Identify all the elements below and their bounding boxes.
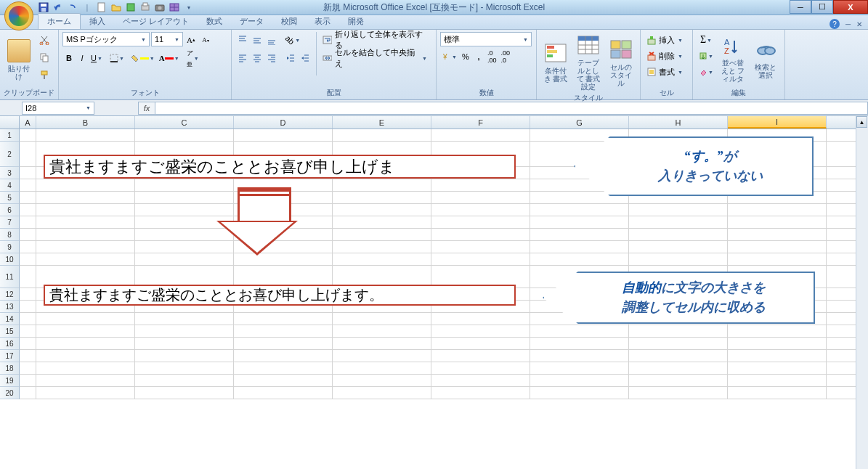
qat-grid-icon[interactable] [169,1,180,13]
name-box[interactable]: I28▼ [22,102,94,115]
bold-button[interactable]: B [62,50,76,66]
formula-input[interactable] [155,102,868,115]
col-header-G[interactable]: G [530,116,629,129]
merged-cell-after[interactable]: 貴社ますますご盛栄のこととお喜び申し上げます。 [44,285,516,306]
row-header-7[interactable]: 7 [0,216,20,229]
paste-button[interactable]: 貼り付け [4,32,34,87]
undo-icon[interactable] [52,1,64,13]
row-header-19[interactable]: 19 [0,375,20,387]
fx-button[interactable]: fx [138,102,155,115]
find-select-button[interactable]: 検索と 選択 [750,32,781,87]
font-size-combo[interactable]: 11▼ [151,32,183,46]
font-name-combo[interactable]: MS Pゴシック▼ [62,32,150,46]
autosum-button[interactable]: Σ▼ [697,32,715,48]
select-all-corner[interactable] [0,116,20,129]
tab-insert[interactable]: 挿入 [81,14,114,29]
col-header-E[interactable]: E [333,116,431,129]
sort-filter-button[interactable]: AZ 並べ替えと フィルタ [718,32,748,87]
col-header-F[interactable]: F [431,116,530,129]
ribbon-close-icon[interactable]: ✕ [856,20,862,28]
row-header-12[interactable]: 12 [0,288,20,301]
format-cells-button[interactable]: 書式▼ [644,64,689,80]
align-center-button[interactable] [250,50,264,66]
row-header-15[interactable]: 15 [0,325,20,338]
col-header-B[interactable]: B [36,116,135,129]
insert-cells-button[interactable]: 挿入▼ [644,32,689,48]
row-header-17[interactable]: 17 [0,350,20,362]
clear-button[interactable]: ▼ [697,64,715,80]
number-format-combo[interactable]: 標準▼ [440,32,532,46]
row-header-8[interactable]: 8 [0,229,20,241]
fill-button[interactable]: ▼ [697,48,715,64]
camera-icon[interactable] [154,1,166,13]
align-bottom-button[interactable] [264,32,279,48]
font-color-button[interactable]: A▼ [157,50,182,66]
tab-view[interactable]: 表示 [306,14,339,29]
shrink-font-button[interactable]: A▾ [199,32,212,48]
new-icon[interactable] [96,1,108,13]
maximize-button[interactable]: ☐ [811,0,833,14]
row-header-6[interactable]: 6 [0,204,20,216]
row-header-18[interactable]: 18 [0,362,20,375]
row-header-3[interactable]: 3 [0,167,20,179]
currency-button[interactable]: ¥▼ [440,49,459,65]
orientation-button[interactable]: ab▼ [283,32,302,48]
format-painter-button[interactable] [36,67,52,83]
phonetic-button[interactable]: ア亜▼ [184,50,201,66]
row-header-10[interactable]: 10 [0,253,20,266]
close-button[interactable]: X [833,0,868,14]
tab-home[interactable]: ホーム [38,13,81,29]
cells-area[interactable]: 貴社ますますご盛栄のこととお喜び申し上げま貴社ますますご盛栄のこととお喜び申し上… [20,129,868,399]
row-header-14[interactable]: 14 [0,313,20,325]
tab-formula[interactable]: 数式 [198,14,231,29]
copy-button[interactable] [36,49,52,65]
align-top-button[interactable] [235,32,250,48]
print-preview-icon[interactable] [139,1,151,13]
scroll-up-button[interactable]: ▲ [856,116,867,128]
row-header-2[interactable]: 2 [0,142,20,167]
row-header-11[interactable]: 11 [0,266,20,288]
tab-layout[interactable]: ページ レイアウト [114,14,198,29]
save-icon[interactable] [38,1,49,13]
col-header-A[interactable]: A [20,116,36,129]
qat-icon-5[interactable] [125,1,137,13]
merge-center-button[interactable]: セルを結合して中央揃え▼ [320,50,429,66]
align-middle-button[interactable] [250,32,264,48]
col-header-H[interactable]: H [629,116,728,129]
qat-dropdown-icon[interactable]: ▼ [183,1,195,13]
row-header-13[interactable]: 13 [0,301,20,313]
minimize-button[interactable]: ─ [790,0,811,14]
merged-cell-before[interactable]: 貴社ますますご盛栄のこととお喜び申し上げま [44,155,516,179]
increase-decimal-button[interactable]: .0.00 [485,49,499,65]
cell-styles-button[interactable]: セルの スタイル [606,32,636,92]
redo-icon[interactable] [67,1,78,13]
wrap-text-button[interactable]: 折り返して全体を表示する [320,32,429,48]
office-button[interactable] [4,1,33,30]
align-left-button[interactable] [235,50,250,66]
row-header-16[interactable]: 16 [0,338,20,350]
underline-button[interactable]: U▼ [89,50,105,66]
delete-cells-button[interactable]: 削除▼ [644,48,689,64]
minimize-ribbon-icon[interactable]: ─ [845,20,851,28]
italic-button[interactable]: I [76,50,89,66]
row-header-20[interactable]: 20 [0,387,20,399]
increase-indent-button[interactable] [298,50,312,66]
grow-font-button[interactable]: A▴ [184,32,198,48]
tab-dev[interactable]: 開発 [339,14,373,29]
vertical-scrollbar[interactable]: ▲ [856,116,868,469]
border-button[interactable]: ▼ [108,50,126,66]
tab-data[interactable]: データ [231,14,272,29]
tab-review[interactable]: 校閲 [272,14,306,29]
row-header-4[interactable]: 4 [0,179,20,192]
cut-button[interactable] [36,32,52,48]
help-icon[interactable]: ? [830,19,840,29]
decrease-indent-button[interactable] [283,50,298,66]
row-header-9[interactable]: 9 [0,241,20,253]
decrease-decimal-button[interactable]: .00.0 [498,49,512,65]
open-icon[interactable] [110,1,122,13]
col-header-C[interactable]: C [135,116,234,129]
percent-button[interactable]: % [459,49,472,65]
col-header-D[interactable]: D [234,116,333,129]
conditional-format-button[interactable]: 条件付き 書式 [540,32,571,92]
fill-color-button[interactable]: ▼ [129,50,157,66]
